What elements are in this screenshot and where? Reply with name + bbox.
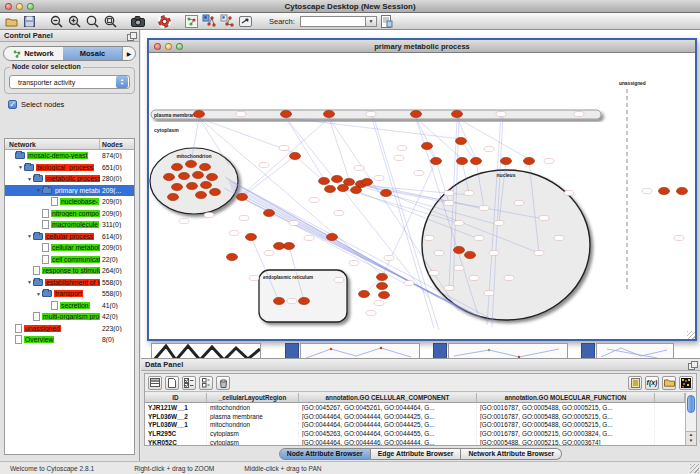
tree-row[interactable]: ▼establishment of lo558(0) [5,277,134,289]
tree-expand-icon[interactable]: ▼ [35,291,42,297]
gene-node[interactable] [422,142,433,149]
tab-network[interactable]: Network [4,47,63,60]
snapshot-icon[interactable] [130,14,145,28]
network-overview-icon[interactable] [184,14,199,28]
tree-row[interactable]: ▼biological_process651(0) [5,162,134,174]
delete-attribute-icon[interactable] [216,376,230,390]
tree-row[interactable]: cell communicat22(0) [5,254,134,266]
gene-node[interactable] [264,209,275,216]
tree-expand-icon[interactable]: ▼ [35,187,42,193]
tree-row[interactable]: ▼transport558(0) [5,288,134,300]
attribute-editor-icon[interactable] [628,376,642,390]
tree-row[interactable]: response to stimulu264(0) [5,265,134,277]
table-row[interactable]: YPL036W__2plasma membrane[GO:0044464, GO… [145,412,685,421]
tree-row[interactable]: nucleobase-209(0) [5,196,134,208]
tree-col-network[interactable]: Network [5,139,100,149]
search-dropdown-arrow-icon[interactable]: ▼ [366,16,377,27]
gene-node[interactable] [524,157,535,164]
app-resize-grip[interactable] [690,464,699,473]
gene-node[interactable] [381,189,392,196]
gene-node[interactable] [659,187,670,194]
gene-node[interactable] [186,160,197,167]
tree-row[interactable]: macromolecule311(0) [5,219,134,231]
zoom-fit-icon[interactable] [103,14,118,28]
col-cellular-component[interactable]: annotation.GO CELLULAR_COMPONENT [299,393,477,402]
gene-node[interactable] [411,110,422,117]
table-row[interactable]: YJR121W__1mitochondrion[GO:0045267, GO:0… [145,403,685,412]
tree-row[interactable]: nitrogen compo209(0) [5,208,134,220]
tree-expand-icon[interactable]: ▼ [26,233,33,239]
tab-mosaic[interactable]: Mosaic [63,47,122,60]
save-icon[interactable] [22,14,37,28]
gene-node[interactable] [471,157,482,164]
gene-node[interactable] [299,297,310,304]
gene-node[interactable] [431,157,442,164]
gene-node[interactable] [338,184,349,191]
gene-node[interactable] [193,171,204,178]
scrollbar-thumb[interactable] [687,395,695,413]
tree-expand-icon[interactable]: ▼ [17,164,24,170]
gene-node[interactable] [362,178,373,185]
gene-node[interactable] [168,193,179,200]
col-region[interactable]: _cellularLayoutRegion [207,393,299,402]
function-builder-icon[interactable]: f(x) [645,376,659,390]
node-color-dropdown[interactable]: transporter activity ▲▼ [9,75,130,89]
gene-node[interactable] [201,181,212,188]
gene-node[interactable] [327,233,338,240]
gene-node[interactable] [210,188,221,195]
zoom-in-icon[interactable] [67,14,82,28]
gene-node[interactable] [319,177,330,184]
table-vertical-scrollbar[interactable]: ▲▼ [685,393,696,445]
gene-node[interactable] [457,157,468,164]
tree-row[interactable]: cellular metabol209(0) [5,242,134,254]
tree-expand-icon[interactable]: ▼ [26,176,33,182]
gene-node[interactable] [290,152,301,159]
gene-node[interactable] [164,173,175,180]
matrix-icon[interactable] [679,376,693,390]
gene-node[interactable] [465,251,476,258]
network-window-titlebar[interactable]: primary metabolic process [149,40,695,53]
gene-node[interactable] [324,110,335,117]
col-molecular-function[interactable]: annotation.GO MOLECULAR_FUNCTION [477,393,655,402]
gene-node[interactable] [227,253,238,260]
attribute-table-icon[interactable] [148,376,162,390]
gene-node[interactable] [325,185,336,192]
gene-node[interactable] [501,157,512,164]
tree-row[interactable]: ▼metabolic process280(0) [5,173,134,185]
network-view-window[interactable]: primary metabolic process plasma membran… [147,38,697,341]
network-window-resize-grip[interactable] [687,331,695,339]
gene-node[interactable] [379,291,390,298]
gene-node[interactable] [172,163,183,170]
tree-row[interactable]: ▼primary metabo209(... [5,185,134,197]
gene-node[interactable] [237,193,248,200]
plugin-manager-icon[interactable] [380,14,395,28]
gene-node[interactable] [351,186,362,193]
gene-node[interactable] [172,183,183,190]
zoom-out-icon[interactable] [49,14,64,28]
new-attribute-icon[interactable] [165,376,179,390]
gene-node[interactable] [359,290,370,297]
gene-node[interactable] [274,297,285,304]
network-canvas[interactable]: plasma membrane cytoplasm mitochondrion … [149,53,695,339]
col-id[interactable]: ID [145,393,207,402]
gene-node[interactable] [284,242,295,249]
gene-node[interactable] [194,110,205,117]
gene-node[interactable] [454,246,465,253]
zoom-selected-icon[interactable] [85,14,100,28]
open-icon[interactable] [4,14,19,28]
tree-expand-icon[interactable]: ▼ [26,279,33,285]
select-attributes-icon[interactable] [182,376,196,390]
tree-row[interactable]: ▼cellular process614(0) [5,231,134,243]
help-icon[interactable] [157,14,172,28]
tab-node-attribute-browser[interactable]: Node Attribute Browser [279,448,371,460]
gene-node[interactable] [456,137,467,144]
search-input[interactable] [300,16,366,27]
select-nodes-checkbox[interactable]: ✓ Select nodes [8,100,139,109]
tree-row[interactable]: unassigned223(0) [5,323,134,335]
gene-node[interactable] [179,172,190,179]
tree-row[interactable]: mosaic-demo-yeast874(0) [5,150,134,162]
scrollbar-arrows-icon[interactable]: ▲▼ [686,431,696,445]
gene-node[interactable] [281,110,292,117]
gene-node[interactable] [200,163,211,170]
select-first-neighbors-icon[interactable] [202,14,217,28]
